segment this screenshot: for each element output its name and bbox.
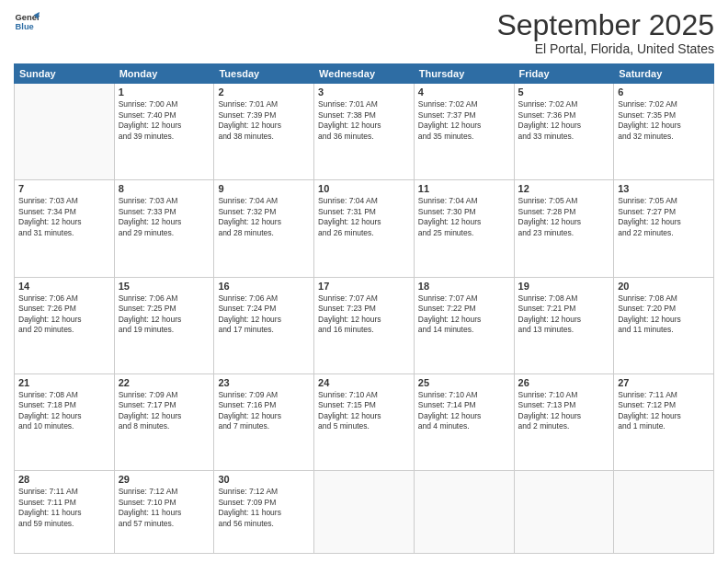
calendar-cell: 14Sunrise: 7:06 AM Sunset: 7:26 PM Dayli… <box>15 277 115 373</box>
day-number: 19 <box>518 281 610 292</box>
calendar-cell: 24Sunrise: 7:10 AM Sunset: 7:15 PM Dayli… <box>314 373 415 470</box>
calendar-cell: 3Sunrise: 7:01 AM Sunset: 7:38 PM Daylig… <box>314 84 415 180</box>
cell-content: Sunrise: 7:00 AM Sunset: 7:40 PM Dayligh… <box>119 99 210 142</box>
calendar-table: Sunday Monday Tuesday Wednesday Thursday… <box>14 63 714 554</box>
day-number: 10 <box>318 183 410 194</box>
header-wednesday: Wednesday <box>314 64 415 84</box>
cell-content: Sunrise: 7:07 AM Sunset: 7:23 PM Dayligh… <box>318 293 410 336</box>
day-number: 6 <box>618 86 710 98</box>
calendar-cell: 19Sunrise: 7:08 AM Sunset: 7:21 PM Dayli… <box>514 277 614 373</box>
day-number: 30 <box>218 474 310 485</box>
calendar-cell: 29Sunrise: 7:12 AM Sunset: 7:10 PM Dayli… <box>114 471 214 554</box>
cell-content: Sunrise: 7:05 AM Sunset: 7:28 PM Dayligh… <box>518 196 610 238</box>
cell-content: Sunrise: 7:10 AM Sunset: 7:13 PM Dayligh… <box>518 390 610 432</box>
calendar-week-1: 7Sunrise: 7:03 AM Sunset: 7:34 PM Daylig… <box>15 180 714 277</box>
day-number: 23 <box>218 377 310 388</box>
cell-content: Sunrise: 7:04 AM Sunset: 7:30 PM Dayligh… <box>418 196 510 238</box>
day-number: 13 <box>618 183 710 194</box>
cell-content: Sunrise: 7:07 AM Sunset: 7:22 PM Dayligh… <box>418 293 510 336</box>
header-saturday: Saturday <box>614 64 714 84</box>
cell-content: Sunrise: 7:08 AM Sunset: 7:20 PM Dayligh… <box>618 293 710 336</box>
day-number: 22 <box>119 377 210 388</box>
calendar-cell: 10Sunrise: 7:04 AM Sunset: 7:31 PM Dayli… <box>314 180 415 277</box>
day-number: 26 <box>518 377 610 388</box>
day-number: 21 <box>18 377 110 388</box>
day-number: 18 <box>418 281 510 292</box>
cell-content: Sunrise: 7:03 AM Sunset: 7:34 PM Dayligh… <box>18 196 110 238</box>
cell-content: Sunrise: 7:05 AM Sunset: 7:27 PM Dayligh… <box>618 196 710 238</box>
header: General Blue September 2025 El Portal, F… <box>14 9 714 56</box>
day-number: 28 <box>18 474 110 485</box>
day-number: 16 <box>218 281 310 292</box>
day-number: 2 <box>218 86 310 98</box>
day-number: 29 <box>119 474 210 485</box>
calendar-page: General Blue September 2025 El Portal, F… <box>0 0 728 563</box>
header-monday: Monday <box>114 64 214 84</box>
calendar-cell <box>314 471 415 554</box>
day-number: 20 <box>618 281 710 292</box>
cell-content: Sunrise: 7:04 AM Sunset: 7:31 PM Dayligh… <box>318 196 410 238</box>
header-thursday: Thursday <box>414 64 514 84</box>
calendar-cell: 4Sunrise: 7:02 AM Sunset: 7:37 PM Daylig… <box>414 84 514 180</box>
calendar-cell: 28Sunrise: 7:11 AM Sunset: 7:11 PM Dayli… <box>15 471 115 554</box>
calendar-week-4: 28Sunrise: 7:11 AM Sunset: 7:11 PM Dayli… <box>15 471 714 554</box>
day-number: 7 <box>18 183 110 194</box>
cell-content: Sunrise: 7:09 AM Sunset: 7:17 PM Dayligh… <box>119 390 210 432</box>
day-number: 9 <box>218 183 310 194</box>
calendar-cell: 18Sunrise: 7:07 AM Sunset: 7:22 PM Dayli… <box>414 277 514 373</box>
svg-text:Blue: Blue <box>16 22 34 31</box>
cell-content: Sunrise: 7:08 AM Sunset: 7:21 PM Dayligh… <box>518 293 610 336</box>
cell-content: Sunrise: 7:08 AM Sunset: 7:18 PM Dayligh… <box>18 390 110 432</box>
location-title: El Portal, Florida, United States <box>496 41 714 56</box>
calendar-cell: 2Sunrise: 7:01 AM Sunset: 7:39 PM Daylig… <box>214 84 314 180</box>
day-number: 5 <box>518 86 610 98</box>
calendar-cell: 22Sunrise: 7:09 AM Sunset: 7:17 PM Dayli… <box>114 373 214 470</box>
calendar-cell: 8Sunrise: 7:03 AM Sunset: 7:33 PM Daylig… <box>114 180 214 277</box>
title-block: September 2025 El Portal, Florida, Unite… <box>496 9 714 56</box>
cell-content: Sunrise: 7:06 AM Sunset: 7:24 PM Dayligh… <box>218 293 310 336</box>
calendar-cell: 23Sunrise: 7:09 AM Sunset: 7:16 PM Dayli… <box>214 373 314 470</box>
cell-content: Sunrise: 7:01 AM Sunset: 7:38 PM Dayligh… <box>318 99 410 142</box>
month-title: September 2025 <box>496 9 714 41</box>
day-number: 17 <box>318 281 410 292</box>
calendar-cell: 27Sunrise: 7:11 AM Sunset: 7:12 PM Dayli… <box>614 373 714 470</box>
cell-content: Sunrise: 7:02 AM Sunset: 7:37 PM Dayligh… <box>418 99 510 142</box>
cell-content: Sunrise: 7:02 AM Sunset: 7:35 PM Dayligh… <box>618 99 710 142</box>
cell-content: Sunrise: 7:11 AM Sunset: 7:12 PM Dayligh… <box>618 390 710 432</box>
calendar-cell: 5Sunrise: 7:02 AM Sunset: 7:36 PM Daylig… <box>514 84 614 180</box>
day-number: 14 <box>18 281 110 292</box>
day-number: 4 <box>418 86 510 98</box>
cell-content: Sunrise: 7:06 AM Sunset: 7:25 PM Dayligh… <box>119 293 210 336</box>
calendar-cell <box>414 471 514 554</box>
calendar-cell: 6Sunrise: 7:02 AM Sunset: 7:35 PM Daylig… <box>614 84 714 180</box>
weekday-header-row: Sunday Monday Tuesday Wednesday Thursday… <box>15 64 714 84</box>
cell-content: Sunrise: 7:11 AM Sunset: 7:11 PM Dayligh… <box>18 487 110 529</box>
header-sunday: Sunday <box>15 64 115 84</box>
day-number: 11 <box>418 183 510 194</box>
calendar-body: 1Sunrise: 7:00 AM Sunset: 7:40 PM Daylig… <box>15 84 714 554</box>
calendar-cell: 15Sunrise: 7:06 AM Sunset: 7:25 PM Dayli… <box>114 277 214 373</box>
calendar-cell <box>514 471 614 554</box>
cell-content: Sunrise: 7:12 AM Sunset: 7:10 PM Dayligh… <box>119 487 210 529</box>
day-number: 15 <box>119 281 210 292</box>
cell-content: Sunrise: 7:03 AM Sunset: 7:33 PM Dayligh… <box>119 196 210 238</box>
cell-content: Sunrise: 7:09 AM Sunset: 7:16 PM Dayligh… <box>218 390 310 432</box>
calendar-week-2: 14Sunrise: 7:06 AM Sunset: 7:26 PM Dayli… <box>15 277 714 373</box>
calendar-week-3: 21Sunrise: 7:08 AM Sunset: 7:18 PM Dayli… <box>15 373 714 470</box>
calendar-cell: 17Sunrise: 7:07 AM Sunset: 7:23 PM Dayli… <box>314 277 415 373</box>
logo: General Blue <box>14 9 40 35</box>
calendar-cell: 7Sunrise: 7:03 AM Sunset: 7:34 PM Daylig… <box>15 180 115 277</box>
calendar-cell: 11Sunrise: 7:04 AM Sunset: 7:30 PM Dayli… <box>414 180 514 277</box>
calendar-cell: 13Sunrise: 7:05 AM Sunset: 7:27 PM Dayli… <box>614 180 714 277</box>
day-number: 1 <box>119 86 210 98</box>
logo-icon: General Blue <box>14 9 40 35</box>
cell-content: Sunrise: 7:12 AM Sunset: 7:09 PM Dayligh… <box>218 487 310 529</box>
day-number: 12 <box>518 183 610 194</box>
day-number: 24 <box>318 377 410 388</box>
calendar-cell: 25Sunrise: 7:10 AM Sunset: 7:14 PM Dayli… <box>414 373 514 470</box>
header-tuesday: Tuesday <box>214 64 314 84</box>
cell-content: Sunrise: 7:02 AM Sunset: 7:36 PM Dayligh… <box>518 99 610 142</box>
calendar-cell: 30Sunrise: 7:12 AM Sunset: 7:09 PM Dayli… <box>214 471 314 554</box>
day-number: 8 <box>119 183 210 194</box>
calendar-cell: 21Sunrise: 7:08 AM Sunset: 7:18 PM Dayli… <box>15 373 115 470</box>
